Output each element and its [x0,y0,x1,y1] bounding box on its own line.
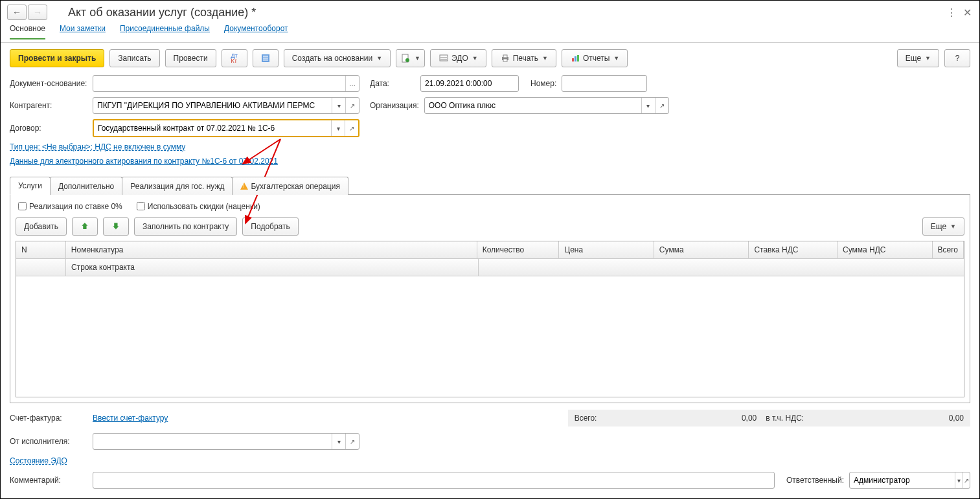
price-type-link[interactable]: Тип цен: <Не выбран>; НДС не включен в с… [10,142,185,151]
save-button[interactable]: Записать [109,49,159,67]
col-total[interactable]: Всего [933,241,964,259]
add-button[interactable]: Добавить [16,217,67,236]
from-input[interactable]: ▾↗ [93,433,359,450]
panel-more-button[interactable]: Еще▼ [922,217,964,236]
subnav-files[interactable]: Присоединенные файлы [120,24,210,39]
window-header: ← → Акт об оказании услуг (создание) * ⋮… [1,1,979,24]
col-nomenclature[interactable]: Номенклатура [66,241,477,259]
doc-base-field[interactable] [93,76,345,91]
close-icon[interactable]: ✕ [961,6,973,18]
contract-input[interactable]: ▾↗ [93,119,359,137]
org-field[interactable] [425,98,641,113]
sf-label: Счет-фактура: [10,414,87,423]
num-field[interactable] [562,76,647,91]
col-vatrate[interactable]: Ставка НДС [749,241,838,259]
date-label: Дата: [370,79,397,88]
open-icon[interactable]: ↗ [345,120,358,136]
tab-gos[interactable]: Реализация для гос. нужд [122,177,233,195]
doc-base-label: Документ-основание: [10,79,87,88]
comment-field[interactable] [93,473,774,487]
move-up-button[interactable]: 🡅 [72,217,98,236]
vat-value: 0,00 [949,414,964,423]
col-price[interactable]: Цена [559,241,654,259]
org-input[interactable]: ▾↗ [424,97,669,114]
zero-rate-checkbox[interactable]: Реализация по ставке 0% [16,200,122,212]
resp-label: Ответственный: [786,476,844,485]
nav-forward-button[interactable]: → [28,5,47,20]
tab-services[interactable]: Услуги [10,177,51,195]
sf-link[interactable]: Ввести счет-фактуру [93,414,168,423]
attach-icon-button[interactable]: ▼ [396,49,425,67]
services-grid[interactable]: N Номенклатура Количество Цена Сумма Ста… [16,241,964,397]
totals-bar: Всего: 0,00 в т.ч. НДС: 0,00 [568,410,970,427]
col-sum[interactable]: Сумма [654,241,749,259]
reports-label: Отчеты [583,54,610,63]
tab-buh[interactable]: Бухгалтерская операция [232,177,348,195]
doc-base-more-icon[interactable]: … [345,76,359,91]
reports-button[interactable]: Отчеты▼ [562,49,628,67]
tab-panel: Реализация по ставке 0% Использовать ски… [10,195,970,403]
tab-extra[interactable]: Дополнительно [50,177,122,195]
fill-by-contract-button[interactable]: Заполнить по контракту [134,217,237,236]
edo-state-link[interactable]: Состояние ЭДО [10,456,67,465]
open-icon[interactable]: ↗ [345,434,359,449]
chevron-down-icon[interactable]: ▾ [332,98,345,113]
open-icon[interactable]: ↗ [345,98,359,113]
grid-body[interactable] [16,276,964,397]
svg-point-5 [405,58,409,62]
form-area: Документ-основание: … Дата: 📅 Номер: Кон… [1,74,979,172]
kebab-icon[interactable]: ⋮ [946,6,957,18]
resp-input[interactable]: ▾↗ [849,472,970,489]
more-button[interactable]: Еще▼ [897,49,939,67]
tabs: Услуги Дополнительно Реализация для гос.… [10,176,970,195]
chevron-down-icon[interactable]: ▾ [332,434,345,449]
date-field[interactable] [421,76,519,91]
help-button[interactable]: ? [944,49,970,67]
list-icon-button[interactable] [253,49,279,67]
chevron-down-icon[interactable]: ▾ [641,98,655,113]
print-button[interactable]: Печать▼ [492,49,556,67]
vat-label: в т.ч. НДС: [766,414,804,423]
contract-field[interactable] [94,121,331,135]
counterparty-label: Контрагент: [10,101,87,110]
from-field[interactable] [93,434,332,449]
open-icon[interactable]: ↗ [655,98,668,113]
svg-rect-8 [503,55,507,58]
counterparty-input[interactable]: ▾↗ [93,97,359,114]
chevron-down-icon[interactable]: ▾ [955,472,963,488]
total-value: 0,00 [742,414,757,423]
col-n[interactable]: N [16,241,66,259]
create-based-button[interactable]: Создать на основании▼ [284,49,391,67]
date-input[interactable]: 📅 [420,75,519,92]
svg-rect-10 [572,58,574,61]
grid-subheader: Строка контракта [16,259,964,276]
from-label: От исполнителя: [10,437,87,446]
subnav-docflow[interactable]: Документооборот [224,24,288,39]
nav-back-button[interactable]: ← [7,5,27,20]
move-down-button[interactable]: 🡇 [103,217,129,236]
resp-field[interactable] [850,473,955,487]
num-input[interactable] [562,75,647,92]
subnav-main[interactable]: Основное [10,24,45,39]
doc-base-input[interactable]: … [93,75,359,92]
col-contract-line[interactable]: Строка контракта [66,259,479,276]
actirovanie-link[interactable]: Данные для электронного актирования по к… [10,157,278,166]
counterparty-field[interactable] [93,98,332,113]
chevron-down-icon[interactable]: ▾ [331,120,345,136]
open-icon[interactable]: ↗ [963,472,970,488]
dtkt-icon-button[interactable]: ДтКт [222,49,247,67]
discounts-checkbox[interactable]: Использовать скидки (наценки) [134,200,260,212]
svg-rect-11 [575,56,576,61]
pick-button[interactable]: Подобрать [242,217,298,236]
print-label: Печать [513,54,538,63]
subnav-notes[interactable]: Мои заметки [60,24,106,39]
col-vatsum[interactable]: Сумма НДС [838,241,933,259]
edo-button[interactable]: ЭДО▼ [430,49,486,67]
post-close-button[interactable]: Провести и закрыть [10,49,104,67]
comment-input[interactable] [93,472,775,489]
edo-label: ЭДО [451,54,468,63]
col-qty[interactable]: Количество [477,241,560,259]
grid-header: N Номенклатура Количество Цена Сумма Ста… [16,241,964,259]
zero-rate-label: Реализация по ставке 0% [29,202,122,211]
post-button[interactable]: Провести [165,49,216,67]
